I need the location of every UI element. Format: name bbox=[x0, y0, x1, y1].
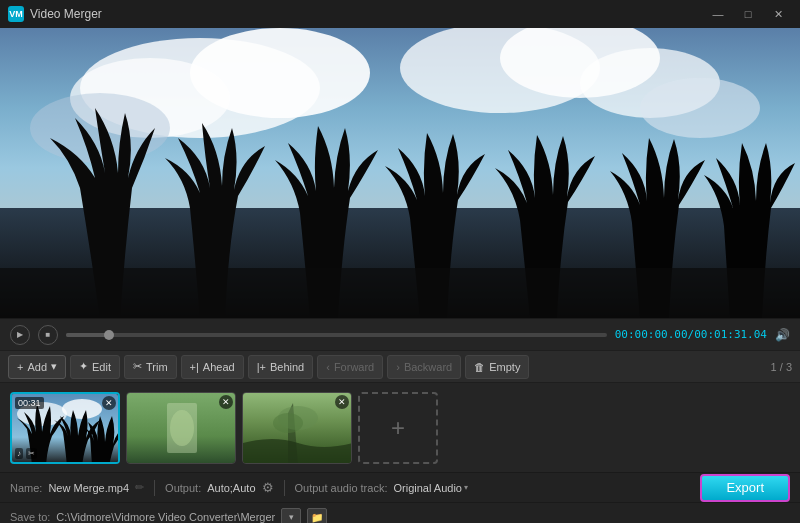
clip-close-button[interactable]: ✕ bbox=[335, 395, 349, 409]
backward-button[interactable]: › Backward bbox=[387, 355, 461, 379]
forward-button[interactable]: ‹ Forward bbox=[317, 355, 383, 379]
edit-name-icon[interactable]: ✏ bbox=[135, 481, 144, 494]
bottom-row-1: Name: New Merge.mp4 ✏ Output: Auto;Auto … bbox=[0, 473, 800, 503]
svg-point-8 bbox=[640, 78, 760, 138]
behind-button[interactable]: |+ Behind bbox=[248, 355, 314, 379]
clip-item[interactable]: ✕ bbox=[242, 392, 352, 464]
ahead-label: Ahead bbox=[203, 361, 235, 373]
backward-label: Backward bbox=[404, 361, 452, 373]
progress-fill bbox=[66, 333, 109, 337]
clip-item[interactable]: ✕ bbox=[126, 392, 236, 464]
ahead-button[interactable]: +| Ahead bbox=[181, 355, 244, 379]
svg-point-13 bbox=[62, 399, 102, 419]
clip-close-button[interactable]: ✕ bbox=[219, 395, 233, 409]
trash-icon: 🗑 bbox=[474, 361, 485, 373]
audio-label: Output audio track: bbox=[295, 482, 388, 494]
add-button[interactable]: + Add ▾ bbox=[8, 355, 66, 379]
output-label: Output: bbox=[165, 482, 201, 494]
export-button[interactable]: Export bbox=[700, 474, 790, 502]
add-icon: + bbox=[17, 361, 23, 373]
svg-point-16 bbox=[170, 410, 194, 446]
volume-icon[interactable]: 🔊 bbox=[775, 328, 790, 342]
open-folder-button[interactable]: 📁 bbox=[307, 508, 327, 523]
empty-button[interactable]: 🗑 Empty bbox=[465, 355, 529, 379]
svg-point-19 bbox=[273, 413, 303, 433]
output-settings-icon[interactable]: ⚙ bbox=[262, 480, 274, 495]
edit-icon: ✦ bbox=[79, 360, 88, 373]
title-bar: VM Video Merger — □ ✕ bbox=[0, 0, 800, 28]
progress-thumb[interactable] bbox=[104, 330, 114, 340]
bottom-row-2: Save to: C:\Vidmore\Vidmore Video Conver… bbox=[0, 503, 800, 523]
clip-item[interactable]: 00:31 ✕ ♪ ✂ bbox=[10, 392, 120, 464]
page-indicator: 1 / 3 bbox=[771, 361, 792, 373]
trim-icon: ✂ bbox=[133, 360, 142, 373]
close-button[interactable]: ✕ bbox=[764, 4, 792, 24]
save-path: C:\Vidmore\Vidmore Video Converter\Merge… bbox=[56, 511, 275, 523]
audio-icon-badge: ♪ bbox=[15, 448, 23, 459]
trim-button[interactable]: ✂ Trim bbox=[124, 355, 177, 379]
svg-rect-10 bbox=[0, 268, 800, 318]
empty-label: Empty bbox=[489, 361, 520, 373]
app-icon: VM bbox=[8, 6, 24, 22]
add-label: Add bbox=[27, 361, 47, 373]
play-button[interactable]: ▶ bbox=[10, 325, 30, 345]
title-bar-controls: — □ ✕ bbox=[704, 4, 792, 24]
time-current: 00:00:00.00 bbox=[615, 328, 688, 341]
trim-label: Trim bbox=[146, 361, 168, 373]
progress-track[interactable] bbox=[66, 333, 607, 337]
minimize-button[interactable]: — bbox=[704, 4, 732, 24]
add-clip-button[interactable]: + bbox=[358, 392, 438, 464]
behind-label: Behind bbox=[270, 361, 304, 373]
video-background bbox=[0, 28, 800, 318]
edit-button[interactable]: ✦ Edit bbox=[70, 355, 120, 379]
edit-label: Edit bbox=[92, 361, 111, 373]
add-dropdown-arrow[interactable]: ▾ bbox=[51, 360, 57, 373]
output-value: Auto;Auto bbox=[207, 482, 255, 494]
behind-icon: |+ bbox=[257, 361, 266, 373]
toolbar: + Add ▾ ✦ Edit ✂ Trim +| Ahead |+ Behind… bbox=[0, 350, 800, 382]
audio-dropdown[interactable]: Original Audio ▾ bbox=[393, 482, 468, 494]
ahead-icon: +| bbox=[190, 361, 199, 373]
clip-duration: 00:31 bbox=[15, 397, 44, 409]
save-to-label: Save to: bbox=[10, 511, 50, 523]
backward-icon: › bbox=[396, 361, 400, 373]
audio-dropdown-arrow: ▾ bbox=[464, 483, 468, 492]
title-bar-left: VM Video Merger bbox=[8, 6, 102, 22]
app-title: Video Merger bbox=[30, 7, 102, 21]
time-display: 00:00:00.00/00:01:31.04 bbox=[615, 328, 767, 341]
bottom-panel: Name: New Merge.mp4 ✏ Output: Auto;Auto … bbox=[0, 472, 800, 523]
clip-close-button[interactable]: ✕ bbox=[102, 396, 116, 410]
maximize-button[interactable]: □ bbox=[734, 4, 762, 24]
forward-icon: ‹ bbox=[326, 361, 330, 373]
name-value: New Merge.mp4 bbox=[48, 482, 129, 494]
path-dropdown-button[interactable]: ▾ bbox=[281, 508, 301, 523]
forward-label: Forward bbox=[334, 361, 374, 373]
playback-bar: ▶ ■ 00:00:00.00/00:01:31.04 🔊 bbox=[0, 318, 800, 350]
time-total: 00:01:31.04 bbox=[694, 328, 767, 341]
clip-icons: ♪ ✂ bbox=[15, 448, 37, 459]
timeline-area: 00:31 ✕ ♪ ✂ ✕ bbox=[0, 382, 800, 472]
stop-button[interactable]: ■ bbox=[38, 325, 58, 345]
name-label: Name: bbox=[10, 482, 42, 494]
audio-value: Original Audio bbox=[393, 482, 462, 494]
cut-icon-badge: ✂ bbox=[26, 448, 37, 459]
video-frame bbox=[0, 28, 800, 318]
video-preview bbox=[0, 28, 800, 318]
